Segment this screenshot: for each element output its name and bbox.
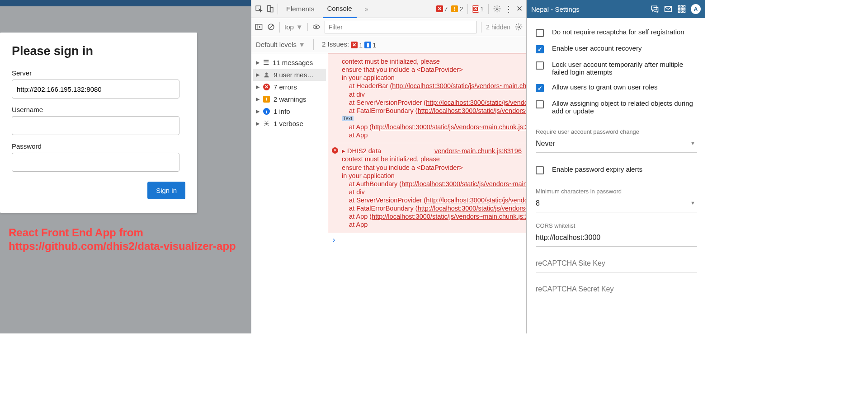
opt-assign[interactable]: Allow assigning object to related object… — [536, 96, 705, 118]
settings-title: Nepal - Settings — [531, 5, 580, 13]
warning-badge[interactable]: !2 — [451, 5, 463, 13]
gear-icon[interactable] — [515, 23, 523, 31]
svg-point-11 — [265, 73, 268, 75]
apps-icon[interactable] — [677, 5, 686, 14]
svg-point-9 — [315, 26, 317, 28]
stack-link[interactable]: http://localhost:3000/static/js/vendors~… — [372, 213, 526, 220]
password-input[interactable] — [12, 153, 179, 172]
eye-icon[interactable] — [312, 23, 320, 31]
violation-badge[interactable]: ✕1 — [472, 5, 484, 13]
server-input[interactable] — [12, 80, 179, 98]
left-caption: React Front End App from https://github.… — [9, 226, 236, 253]
stack-link[interactable]: http://localhost:3000/static/js/vendors~… — [418, 107, 526, 114]
devtools-panel: Elements Console » ✕7 !2 ✕1 ⋮ ✕ top▼ 2 h… — [251, 0, 527, 333]
svg-rect-14 — [679, 6, 680, 7]
levels-select[interactable]: Default levels ▼ — [256, 41, 305, 48]
svg-rect-22 — [684, 11, 685, 12]
tab-console[interactable]: Console — [323, 0, 357, 18]
sidebar-errors[interactable]: ▶✕7 errors — [253, 81, 326, 93]
caption-line1: React Front End App from — [9, 226, 236, 239]
server-label: Server — [12, 69, 185, 77]
svg-rect-17 — [679, 8, 680, 9]
source-link[interactable]: vendors~main.chunk.js:83196 — [434, 147, 522, 155]
sidebar-user-messages[interactable]: ▶9 user mes… — [253, 69, 326, 81]
field-cors[interactable]: CORS whitelist http://localhost:3000 — [536, 222, 705, 247]
stack-link[interactable]: http://localhost:3000/static/js/vendors~… — [401, 180, 526, 188]
settings-header: Nepal - Settings A — [527, 0, 705, 18]
username-input[interactable] — [12, 116, 179, 135]
console-log-area[interactable]: context must be initialized, please ensu… — [328, 53, 526, 333]
caption-line2: https://github.com/dhis2/data-visualizer… — [9, 239, 236, 253]
log-entry: ✕ vendors~main.chunk.js:83196 ▸ DHIS2 da… — [328, 143, 526, 232]
opt-lock[interactable]: Lock user account temporarily after mult… — [536, 57, 705, 80]
svg-point-12 — [265, 122, 268, 125]
inspect-icon[interactable] — [255, 5, 263, 13]
sidebar-verbose[interactable]: ▶1 verbose — [253, 117, 326, 130]
opt-recaptcha[interactable]: Do not require recaptcha for self regist… — [536, 24, 705, 41]
field-site-key[interactable]: reCAPTCHA Site Key — [536, 257, 705, 272]
console-prompt[interactable]: › — [328, 233, 526, 247]
sidebar-toggle-icon[interactable] — [255, 23, 263, 31]
signin-card: Please sign in Server Username Password … — [0, 33, 197, 213]
opt-grant[interactable]: Allow users to grant own user roles — [536, 80, 705, 96]
svg-rect-18 — [681, 8, 682, 9]
stack-link[interactable]: http://localhost:3000/static/js/vendors~… — [372, 123, 526, 131]
stack-link[interactable]: http://localhost:3000/static/js/vendors~… — [418, 205, 526, 212]
stack-link[interactable]: http://localhost:3000/static/js/vendors~… — [392, 82, 526, 89]
close-icon[interactable]: ✕ — [516, 4, 523, 14]
sidebar-messages[interactable]: ▶☰11 messages — [253, 56, 326, 69]
left-app-panel: Please sign in Server Username Password … — [0, 0, 251, 333]
hidden-count[interactable]: 2 hidden — [486, 23, 510, 31]
avatar[interactable]: A — [691, 4, 701, 14]
console-controls: top▼ 2 hidden — [251, 18, 526, 36]
svg-line-7 — [269, 25, 273, 29]
context-select[interactable]: top▼ — [284, 23, 308, 31]
password-label: Password — [12, 142, 185, 150]
svg-rect-16 — [684, 6, 685, 7]
opt-recovery[interactable]: Enable user account recovery — [536, 41, 705, 57]
stack-link[interactable]: http://localhost:3000/static/js/vendors~… — [426, 197, 526, 204]
kebab-icon[interactable]: ⋮ — [505, 4, 513, 14]
svg-rect-21 — [681, 11, 682, 12]
signin-title: Please sign in — [12, 44, 185, 58]
opt-expiry[interactable]: Enable password expiry alerts — [536, 162, 705, 178]
field-password-change[interactable]: Require user account password change Nev… — [536, 128, 705, 153]
gear-icon[interactable] — [493, 5, 501, 13]
issues-summary[interactable]: 2 Issues: ✕1 ▮1 — [322, 40, 376, 49]
field-secret-key[interactable]: reCAPTCHA Secret Key — [536, 282, 705, 298]
header-strip — [0, 0, 251, 6]
field-min-chars[interactable]: Minimum characters in password 8▼ — [536, 188, 705, 212]
settings-panel: Nepal - Settings A Do not require recapt… — [527, 0, 705, 333]
svg-point-10 — [518, 26, 519, 28]
devtools-toolbar: Elements Console » ✕7 !2 ✕1 ⋮ ✕ — [251, 0, 526, 18]
settings-body: Do not require recaptcha for self regist… — [527, 18, 705, 333]
mail-icon[interactable] — [664, 5, 673, 14]
error-badge[interactable]: ✕7 — [436, 5, 448, 13]
console-filter-bar: Default levels ▼ 2 Issues: ✕1 ▮1 — [251, 36, 526, 53]
filter-input[interactable] — [325, 21, 477, 33]
svg-rect-19 — [684, 8, 685, 9]
stack-link[interactable]: http://localhost:3000/static/js/vendors~… — [426, 99, 526, 106]
username-label: Username — [12, 106, 185, 113]
tab-elements[interactable]: Elements — [282, 0, 319, 18]
text-selection-marker: Text — [342, 116, 354, 121]
tabs-more[interactable]: » — [360, 0, 373, 18]
chevron-down-icon: ▼ — [690, 200, 695, 206]
sidebar-warnings[interactable]: ▶!2 warnings — [253, 93, 326, 105]
device-icon[interactable] — [266, 5, 274, 13]
sidebar-info[interactable]: ▶i1 info — [253, 105, 326, 117]
svg-rect-20 — [679, 11, 680, 12]
clear-icon[interactable] — [267, 23, 275, 31]
signin-button[interactable]: Sign in — [147, 182, 185, 199]
svg-rect-15 — [681, 6, 682, 7]
chat-icon[interactable] — [650, 5, 659, 14]
svg-point-3 — [496, 8, 498, 9]
log-entry: context must be initialized, please ensu… — [328, 53, 526, 143]
console-sidebar: ▶☰11 messages ▶9 user mes… ▶✕7 errors ▶!… — [251, 53, 328, 333]
error-icon: ✕ — [332, 147, 338, 154]
chevron-down-icon: ▼ — [690, 141, 695, 146]
